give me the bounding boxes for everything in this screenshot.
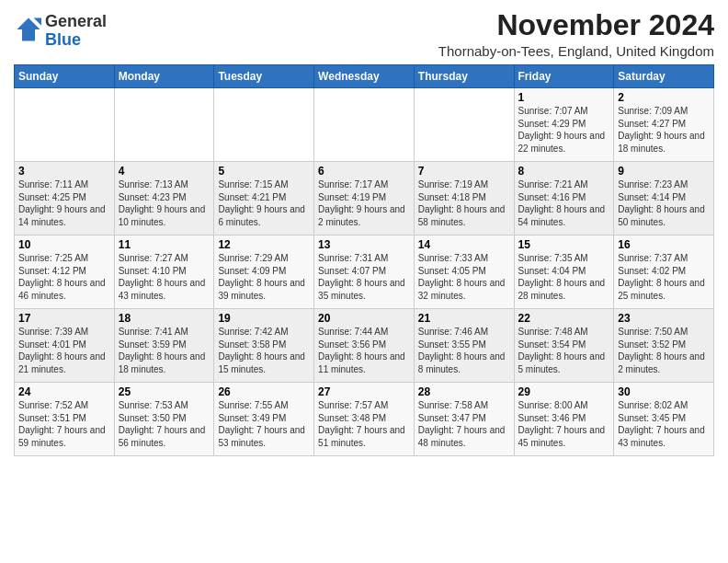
day-info: Sunrise: 7:48 AM Sunset: 3:54 PM Dayligh… <box>518 326 610 375</box>
day-number: 28 <box>418 385 510 398</box>
header-friday: Friday <box>514 65 614 88</box>
day-info: Sunrise: 7:07 AM Sunset: 4:29 PM Dayligh… <box>518 105 610 155</box>
calendar-cell: 6Sunrise: 7:17 AM Sunset: 4:19 PM Daylig… <box>314 162 415 236</box>
logo: General Blue <box>14 13 107 50</box>
calendar-cell: 4Sunrise: 7:13 AM Sunset: 4:23 PM Daylig… <box>114 162 214 236</box>
day-number: 7 <box>418 165 510 178</box>
day-number: 17 <box>18 312 110 325</box>
day-number: 21 <box>418 312 510 325</box>
day-info: Sunrise: 7:31 AM Sunset: 4:07 PM Dayligh… <box>318 252 410 302</box>
day-info: Sunrise: 8:02 AM Sunset: 3:45 PM Dayligh… <box>618 399 710 449</box>
calendar-cell: 23Sunrise: 7:50 AM Sunset: 3:52 PM Dayli… <box>614 309 714 383</box>
day-info: Sunrise: 7:35 AM Sunset: 4:04 PM Dayligh… <box>518 252 610 302</box>
day-info: Sunrise: 7:42 AM Sunset: 3:58 PM Dayligh… <box>218 326 310 375</box>
calendar-week-2: 10Sunrise: 7:25 AM Sunset: 4:12 PM Dayli… <box>15 236 714 309</box>
calendar-cell: 20Sunrise: 7:44 AM Sunset: 3:56 PM Dayli… <box>314 309 415 383</box>
day-info: Sunrise: 7:57 AM Sunset: 3:48 PM Dayligh… <box>318 399 410 449</box>
logo-general: General <box>45 12 107 30</box>
day-info: Sunrise: 7:44 AM Sunset: 3:56 PM Dayligh… <box>318 326 410 375</box>
day-number: 15 <box>518 238 610 251</box>
day-info: Sunrise: 7:17 AM Sunset: 4:19 PM Dayligh… <box>318 178 410 228</box>
day-info: Sunrise: 7:21 AM Sunset: 4:16 PM Dayligh… <box>518 178 610 228</box>
calendar-cell <box>114 88 214 162</box>
calendar-cell: 26Sunrise: 7:55 AM Sunset: 3:49 PM Dayli… <box>214 383 314 456</box>
day-info: Sunrise: 7:50 AM Sunset: 3:52 PM Dayligh… <box>618 326 710 375</box>
calendar-cell: 27Sunrise: 7:57 AM Sunset: 3:48 PM Dayli… <box>314 383 415 456</box>
day-number: 16 <box>618 238 710 251</box>
calendar-cell: 2Sunrise: 7:09 AM Sunset: 4:27 PM Daylig… <box>614 88 714 162</box>
day-number: 30 <box>618 385 710 398</box>
day-info: Sunrise: 7:55 AM Sunset: 3:49 PM Dayligh… <box>218 399 310 449</box>
title-area: November 2024 Thornaby-on-Tees, England,… <box>438 9 714 59</box>
calendar-cell <box>15 88 115 162</box>
day-number: 8 <box>518 165 610 178</box>
day-number: 26 <box>218 385 310 398</box>
header-saturday: Saturday <box>614 65 714 88</box>
day-info: Sunrise: 7:39 AM Sunset: 4:01 PM Dayligh… <box>18 326 110 375</box>
day-info: Sunrise: 7:41 AM Sunset: 3:59 PM Dayligh… <box>119 326 210 375</box>
day-number: 9 <box>618 165 710 178</box>
day-info: Sunrise: 7:37 AM Sunset: 4:02 PM Dayligh… <box>618 252 710 302</box>
calendar-cell: 10Sunrise: 7:25 AM Sunset: 4:12 PM Dayli… <box>15 236 115 309</box>
day-number: 27 <box>318 385 410 398</box>
calendar-cell: 9Sunrise: 7:23 AM Sunset: 4:14 PM Daylig… <box>614 162 714 236</box>
month-title: November 2024 <box>438 9 714 41</box>
header-thursday: Thursday <box>414 65 514 88</box>
calendar-cell: 17Sunrise: 7:39 AM Sunset: 4:01 PM Dayli… <box>15 309 115 383</box>
calendar-cell: 24Sunrise: 7:52 AM Sunset: 3:51 PM Dayli… <box>15 383 115 456</box>
day-number: 5 <box>218 165 310 178</box>
day-number: 3 <box>18 165 110 178</box>
day-info: Sunrise: 7:13 AM Sunset: 4:23 PM Dayligh… <box>119 178 210 228</box>
day-number: 10 <box>18 238 110 251</box>
calendar-cell: 13Sunrise: 7:31 AM Sunset: 4:07 PM Dayli… <box>314 236 415 309</box>
day-info: Sunrise: 7:19 AM Sunset: 4:18 PM Dayligh… <box>418 178 510 228</box>
calendar-week-3: 17Sunrise: 7:39 AM Sunset: 4:01 PM Dayli… <box>15 309 714 383</box>
svg-marker-0 <box>17 17 40 40</box>
day-number: 23 <box>618 312 710 325</box>
calendar-cell: 21Sunrise: 7:46 AM Sunset: 3:55 PM Dayli… <box>414 309 514 383</box>
calendar-cell: 30Sunrise: 8:02 AM Sunset: 3:45 PM Dayli… <box>614 383 714 456</box>
day-number: 22 <box>518 312 610 325</box>
day-number: 19 <box>218 312 310 325</box>
day-info: Sunrise: 7:11 AM Sunset: 4:25 PM Dayligh… <box>18 178 110 228</box>
day-number: 11 <box>119 238 210 251</box>
day-number: 13 <box>318 238 410 251</box>
calendar-cell: 5Sunrise: 7:15 AM Sunset: 4:21 PM Daylig… <box>214 162 314 236</box>
calendar-cell: 19Sunrise: 7:42 AM Sunset: 3:58 PM Dayli… <box>214 309 314 383</box>
calendar-cell: 12Sunrise: 7:29 AM Sunset: 4:09 PM Dayli… <box>214 236 314 309</box>
calendar-cell: 25Sunrise: 7:53 AM Sunset: 3:50 PM Dayli… <box>114 383 214 456</box>
day-number: 6 <box>318 165 410 178</box>
calendar-cell: 18Sunrise: 7:41 AM Sunset: 3:59 PM Dayli… <box>114 309 214 383</box>
calendar-cell: 28Sunrise: 7:58 AM Sunset: 3:47 PM Dayli… <box>414 383 514 456</box>
day-number: 4 <box>119 165 210 178</box>
day-info: Sunrise: 7:25 AM Sunset: 4:12 PM Dayligh… <box>18 252 110 302</box>
header: General Blue November 2024 Thornaby-on-T… <box>14 9 714 59</box>
header-tuesday: Tuesday <box>214 65 314 88</box>
day-number: 29 <box>518 385 610 398</box>
calendar-cell: 22Sunrise: 7:48 AM Sunset: 3:54 PM Dayli… <box>514 309 614 383</box>
calendar-cell <box>414 88 514 162</box>
calendar-header-row: SundayMondayTuesdayWednesdayThursdayFrid… <box>15 65 714 88</box>
location-title: Thornaby-on-Tees, England, United Kingdo… <box>438 43 714 59</box>
day-info: Sunrise: 7:46 AM Sunset: 3:55 PM Dayligh… <box>418 326 510 375</box>
day-number: 25 <box>119 385 210 398</box>
day-info: Sunrise: 7:09 AM Sunset: 4:27 PM Dayligh… <box>618 105 710 155</box>
calendar-cell: 8Sunrise: 7:21 AM Sunset: 4:16 PM Daylig… <box>514 162 614 236</box>
day-info: Sunrise: 7:33 AM Sunset: 4:05 PM Dayligh… <box>418 252 510 302</box>
calendar-cell: 1Sunrise: 7:07 AM Sunset: 4:29 PM Daylig… <box>514 88 614 162</box>
day-info: Sunrise: 7:52 AM Sunset: 3:51 PM Dayligh… <box>18 399 110 449</box>
calendar: SundayMondayTuesdayWednesdayThursdayFrid… <box>14 64 714 456</box>
page: General Blue November 2024 Thornaby-on-T… <box>0 0 728 461</box>
day-info: Sunrise: 7:27 AM Sunset: 4:10 PM Dayligh… <box>119 252 210 302</box>
calendar-week-4: 24Sunrise: 7:52 AM Sunset: 3:51 PM Dayli… <box>15 383 714 456</box>
calendar-cell: 11Sunrise: 7:27 AM Sunset: 4:10 PM Dayli… <box>114 236 214 309</box>
calendar-cell <box>314 88 415 162</box>
day-info: Sunrise: 7:53 AM Sunset: 3:50 PM Dayligh… <box>119 399 210 449</box>
header-sunday: Sunday <box>15 65 115 88</box>
header-wednesday: Wednesday <box>314 65 415 88</box>
day-number: 24 <box>18 385 110 398</box>
day-number: 18 <box>119 312 210 325</box>
day-number: 12 <box>218 238 310 251</box>
header-monday: Monday <box>114 65 214 88</box>
day-info: Sunrise: 7:23 AM Sunset: 4:14 PM Dayligh… <box>618 178 710 228</box>
